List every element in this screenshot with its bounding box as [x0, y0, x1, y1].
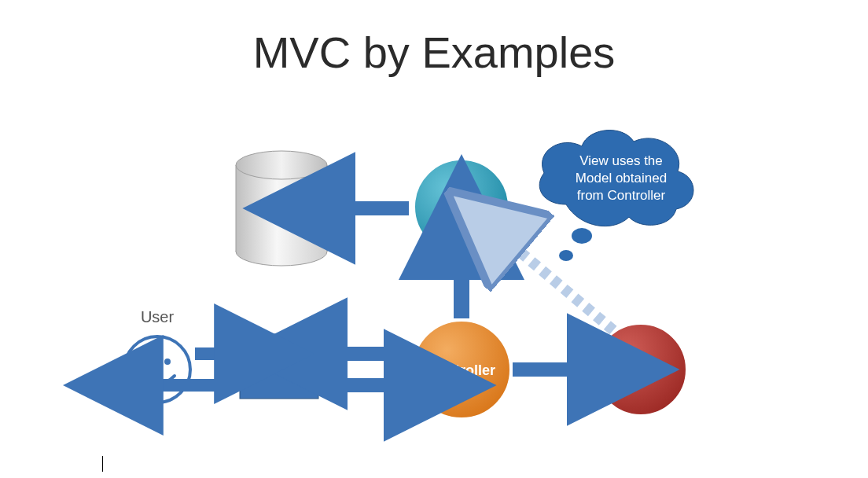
controller-label: Controller — [428, 362, 495, 378]
svg-point-11 — [164, 358, 171, 365]
view-label: View — [625, 362, 658, 378]
model-label: Model — [441, 200, 482, 215]
svg-point-12 — [572, 228, 592, 244]
svg-point-10 — [144, 358, 150, 365]
svg-point-13 — [559, 250, 573, 261]
db-label: DB — [270, 206, 293, 223]
model-node: Model — [414, 160, 509, 254]
text-cursor — [102, 456, 103, 472]
svg-point-9 — [124, 336, 190, 403]
svg-point-4 — [236, 151, 327, 179]
view-node: View — [595, 324, 686, 415]
diagram-stage: MVC by Examples — [0, 0, 868, 478]
iis-label: IIS — [270, 361, 288, 377]
user-label: User — [141, 308, 175, 325]
iis-node: IIS — [240, 334, 318, 399]
diagram-svg: DB Model Controller View IIS User — [0, 0, 868, 478]
db-node: DB — [236, 151, 327, 266]
cloud-line2: Model obtained — [576, 171, 667, 186]
cloud-line3: from Controller — [577, 188, 666, 203]
controller-node: Controller — [413, 321, 510, 418]
cloud-line1: View uses the — [579, 153, 663, 168]
annotation-cloud: View uses the Model obtained from Contro… — [539, 131, 693, 261]
